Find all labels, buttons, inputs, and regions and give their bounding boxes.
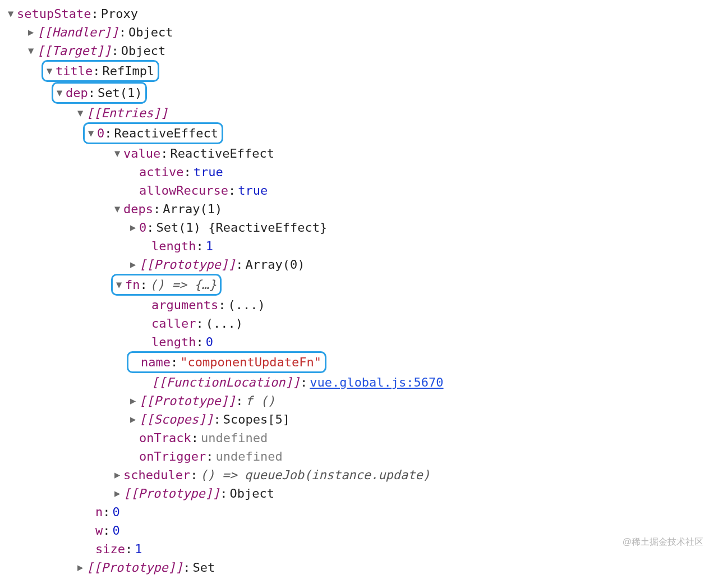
prop-value: Array(1) [163, 200, 222, 218]
prop-key: w [95, 521, 103, 540]
row-ontrack[interactable]: onTrack: undefined [6, 429, 703, 447]
prop-key: onTrack [139, 429, 191, 447]
row-w[interactable]: w: 0 [6, 521, 703, 540]
row-scheduler[interactable]: scheduler: () => queueJob(instance.updat… [6, 466, 703, 484]
highlight-fn: fn: () => {…} [111, 274, 222, 296]
prop-key: [[Prototype]] [123, 484, 220, 503]
prop-key: [[Prototype]] [86, 558, 183, 577]
chevron-down-icon[interactable] [44, 64, 54, 79]
chevron-right-icon[interactable] [128, 412, 138, 427]
prop-key: caller [151, 314, 196, 333]
watermark: @稀土掘金技术社区 [623, 535, 703, 549]
chevron-right-icon[interactable] [128, 394, 138, 408]
prop-value: (...) [206, 314, 243, 333]
row-deps-proto[interactable]: [[Prototype]]: Array(0) [6, 255, 703, 274]
prop-key: onTrigger [139, 447, 206, 466]
prop-value: Scopes[5] [223, 410, 290, 429]
chevron-right-icon[interactable] [75, 561, 85, 575]
prop-value: ReactiveEffect [170, 144, 274, 163]
chevron-down-icon[interactable] [86, 126, 96, 141]
prop-key: title [56, 62, 93, 80]
prop-key: scheduler [123, 466, 190, 484]
prop-key: name [141, 353, 171, 371]
row-title[interactable]: title: RefImpl [6, 60, 703, 82]
prop-value: Object [128, 23, 173, 42]
row-target[interactable]: [[Target]]: Object [6, 42, 703, 60]
row-fn-caller[interactable]: caller: (...) [6, 314, 703, 333]
chevron-down-icon[interactable] [114, 278, 124, 292]
prop-key: fn [125, 275, 140, 294]
row-active[interactable]: active: true [6, 163, 703, 181]
row-fn-proto[interactable]: [[Prototype]]: f () [6, 392, 703, 410]
prop-key: 0 [97, 124, 104, 143]
row-deps-length[interactable]: length: 1 [6, 237, 703, 255]
prop-key: deps [123, 200, 153, 218]
prop-key: length [151, 333, 196, 351]
prop-key: [[Entries]] [86, 104, 168, 122]
row-effect-proto[interactable]: [[Prototype]]: Object [6, 484, 703, 503]
highlight-entry0: 0: ReactiveEffect [83, 122, 223, 144]
prop-key: setupState [17, 4, 91, 23]
prop-value: 0 [113, 503, 120, 521]
chevron-down-icon[interactable] [54, 86, 65, 100]
prop-value: Array(0) [245, 255, 305, 274]
prop-key: [[Prototype]] [139, 392, 236, 410]
prop-value: undefined [201, 429, 268, 447]
highlight-title: title: RefImpl [42, 60, 159, 82]
row-ontrigger[interactable]: onTrigger: undefined [6, 447, 703, 466]
chevron-down-icon[interactable] [75, 106, 85, 121]
row-size[interactable]: size: 1 [6, 540, 703, 558]
prop-key: [[Scopes]] [139, 410, 213, 429]
prop-value: true [194, 163, 223, 181]
prop-value: Set [192, 558, 215, 577]
prop-value: undefined [215, 447, 282, 466]
row-entry-0[interactable]: 0: ReactiveEffect [6, 122, 703, 144]
prop-value: RefImpl [102, 62, 154, 80]
prop-value: Proxy [101, 4, 138, 23]
chevron-right-icon[interactable] [26, 25, 36, 40]
prop-key: value [123, 144, 160, 163]
row-fn-name[interactable]: name: "componentUpdateFn" [6, 351, 703, 373]
row-fn-arguments[interactable]: arguments: (...) [6, 296, 703, 314]
row-deps[interactable]: deps: Array(1) [6, 200, 703, 218]
row-entries[interactable]: [[Entries]] [6, 104, 703, 122]
source-link[interactable]: vue.global.js:5670 [310, 373, 443, 392]
prop-value: Set(1) {ReactiveEffect} [156, 218, 328, 237]
chevron-right-icon[interactable] [112, 468, 122, 483]
prop-value: Object [121, 42, 165, 60]
highlight-fn-name: name: "componentUpdateFn" [127, 351, 326, 373]
row-fn-scopes[interactable]: [[Scopes]]: Scopes[5] [6, 410, 703, 429]
row-n[interactable]: n: 0 [6, 503, 703, 521]
prop-value: () => queueJob(instance.update) [200, 466, 430, 484]
row-value[interactable]: value: ReactiveEffect [6, 144, 703, 163]
row-fn[interactable]: fn: () => {…} [6, 274, 703, 296]
chevron-down-icon[interactable] [112, 146, 122, 161]
prop-value: Object [229, 484, 274, 503]
prop-value: () => {…} [150, 275, 217, 294]
prop-key: size [95, 540, 125, 558]
row-fn-location[interactable]: [[FunctionLocation]]: vue.global.js:5670 [6, 373, 703, 392]
row-deps-0[interactable]: 0: Set(1) {ReactiveEffect} [6, 218, 703, 237]
chevron-right-icon[interactable] [112, 486, 122, 501]
prop-value: ReactiveEffect [114, 124, 218, 143]
prop-value: 0 [206, 333, 213, 351]
chevron-right-icon[interactable] [128, 220, 138, 235]
prop-key: [[Handler]] [37, 23, 119, 42]
prop-key: arguments [151, 296, 218, 314]
prop-key: [[Target]] [37, 42, 111, 60]
chevron-right-icon[interactable] [128, 258, 138, 272]
row-setupstate[interactable]: setupState: Proxy [6, 4, 703, 23]
row-allowrecurse[interactable]: allowRecurse: true [6, 181, 703, 200]
prop-key: 0 [139, 218, 146, 237]
row-handler[interactable]: [[Handler]]: Object [6, 23, 703, 42]
row-dep[interactable]: dep: Set(1) [6, 82, 703, 104]
highlight-dep: dep: Set(1) [52, 82, 147, 104]
chevron-down-icon[interactable] [26, 44, 36, 58]
chevron-down-icon[interactable] [112, 202, 122, 217]
row-fn-length[interactable]: length: 0 [6, 333, 703, 351]
prop-value: true [238, 181, 268, 200]
chevron-down-icon[interactable] [6, 7, 16, 21]
prop-value: "componentUpdateFn" [180, 353, 321, 371]
row-set-proto[interactable]: [[Prototype]]: Set [6, 558, 703, 577]
prop-value: Set(1) [98, 84, 142, 102]
